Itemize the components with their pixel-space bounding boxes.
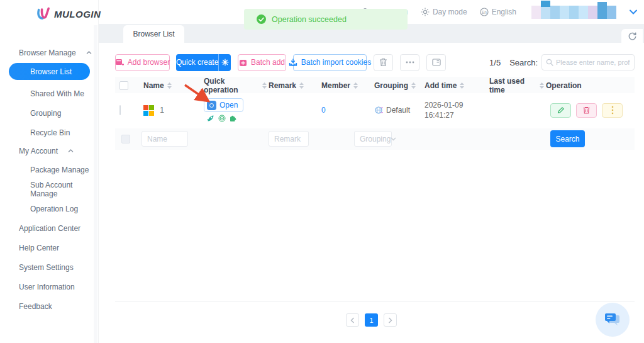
search-input[interactable] bbox=[556, 59, 630, 66]
batch-add-button[interactable]: Batch add bbox=[238, 54, 286, 71]
ellipsis-icon bbox=[406, 61, 414, 64]
refresh-button[interactable] bbox=[621, 29, 643, 43]
section-label: My Account bbox=[19, 147, 58, 155]
column-settings-button[interactable] bbox=[426, 54, 446, 71]
sort-icon[interactable] bbox=[299, 82, 304, 89]
sort-icon[interactable] bbox=[353, 82, 358, 89]
quick-create-button[interactable]: Quick create bbox=[176, 54, 231, 71]
search-box bbox=[541, 54, 635, 70]
sidebar-item-system-settings[interactable]: System Settings bbox=[0, 257, 99, 277]
sort-icon[interactable] bbox=[540, 82, 544, 89]
redacted-username bbox=[531, 6, 616, 19]
tab-browser-list[interactable]: Browser List bbox=[123, 25, 184, 43]
prev-page-button[interactable] bbox=[346, 313, 359, 327]
edit-button[interactable] bbox=[550, 103, 571, 118]
sort-icon[interactable] bbox=[411, 82, 416, 89]
filter-remark-input[interactable] bbox=[269, 131, 309, 147]
sidebar-item-recycle-bin[interactable]: Recycle Bin bbox=[0, 123, 99, 142]
column-header-member[interactable]: Member bbox=[319, 81, 372, 90]
sidebar-item-browser-list[interactable]: Browser List bbox=[9, 63, 90, 80]
tab-label: Browser List bbox=[133, 30, 174, 38]
open-label: Open bbox=[219, 101, 238, 110]
add-browser-button[interactable]: Add browser bbox=[115, 54, 170, 71]
column-header-grouping[interactable]: Grouping bbox=[372, 81, 423, 90]
column-header-last-used-time[interactable]: Last used time bbox=[487, 77, 544, 94]
profile-name: 1 bbox=[160, 105, 164, 114]
windows-icon bbox=[143, 105, 154, 116]
toast-message: Operation succeeded bbox=[272, 15, 347, 24]
column-header-quick-operation[interactable]: Quick operation bbox=[202, 77, 267, 94]
batch-add-label: Batch add bbox=[251, 58, 285, 67]
toolbar: Add browser Quick create Batch add Batch… bbox=[115, 53, 635, 71]
sort-icon[interactable] bbox=[262, 82, 267, 89]
chevron-up-icon bbox=[68, 149, 74, 153]
column-header-remark[interactable]: Remark bbox=[267, 81, 319, 90]
sidebar-section-my-account[interactable]: My Account bbox=[0, 142, 99, 160]
svg-text:En: En bbox=[482, 10, 487, 14]
day-mode-toggle[interactable]: Day mode bbox=[421, 8, 467, 16]
fingerprint-icon[interactable] bbox=[218, 115, 226, 122]
sidebar-item-feedback[interactable]: Feedback bbox=[0, 296, 99, 316]
chevron-down-icon bbox=[391, 137, 396, 141]
add-date: 2026-01-09 bbox=[425, 100, 487, 110]
sort-icon[interactable] bbox=[460, 82, 464, 89]
search-label: Search: bbox=[509, 58, 538, 67]
layout-icon bbox=[432, 59, 441, 66]
cell-grouping: Default bbox=[372, 106, 423, 115]
language-selector[interactable]: En English bbox=[480, 8, 516, 16]
support-chat-button[interactable] bbox=[596, 303, 630, 337]
chevron-up-icon bbox=[86, 51, 92, 55]
sidebar-section-browser-manage[interactable]: Browser Manage bbox=[0, 44, 99, 62]
cell-member[interactable]: 0 bbox=[319, 106, 372, 115]
group-globe-icon bbox=[374, 106, 383, 115]
sort-icon[interactable] bbox=[167, 82, 172, 89]
column-header-add-time[interactable]: Add time bbox=[423, 81, 487, 90]
sidebar-item-label: Help Center bbox=[19, 244, 59, 252]
filter-checkbox bbox=[121, 135, 130, 143]
browser-core-icon bbox=[207, 101, 216, 110]
rocket-icon[interactable] bbox=[207, 115, 214, 122]
quick-create-label: Quick create bbox=[176, 58, 218, 67]
next-page-button[interactable] bbox=[384, 313, 397, 327]
row-more-button[interactable] bbox=[602, 103, 623, 118]
sidebar-item-sub-account-manage[interactable]: Sub Account Manage bbox=[0, 179, 99, 199]
batch-import-cookies-button[interactable]: Batch import cookies bbox=[293, 54, 367, 71]
sidebar-item-application-center[interactable]: Application Center bbox=[0, 218, 99, 238]
pagination: 1 bbox=[99, 313, 644, 327]
sidebar-item-shared-with-me[interactable]: Shared With Me bbox=[0, 84, 99, 103]
puzzle-icon[interactable] bbox=[230, 115, 237, 122]
page-1-button[interactable]: 1 bbox=[365, 313, 378, 327]
cell-operation bbox=[544, 103, 635, 118]
sidebar-item-user-information[interactable]: User Information bbox=[0, 277, 99, 296]
sidebar: MULOGIN Browser Manage Browser List Shar… bbox=[0, 0, 99, 343]
account-chevron-down-icon[interactable] bbox=[629, 9, 638, 14]
select-all-checkbox[interactable] bbox=[119, 81, 128, 90]
quick-create-settings-icon[interactable] bbox=[218, 54, 231, 71]
sidebar-item-label: Feedback bbox=[19, 302, 52, 311]
sidebar-item-label: Shared With Me bbox=[30, 89, 84, 98]
row-checkbox[interactable] bbox=[119, 105, 121, 115]
delete-selected-button[interactable] bbox=[374, 54, 393, 71]
open-browser-button[interactable]: Open bbox=[204, 98, 243, 112]
sidebar-item-grouping[interactable]: Grouping bbox=[0, 103, 99, 123]
brand-name: MULOGIN bbox=[54, 9, 101, 20]
delete-button[interactable] bbox=[576, 103, 597, 118]
column-header-operation: Operation bbox=[544, 81, 635, 90]
column-header-name[interactable]: Name bbox=[142, 81, 202, 90]
batch-add-icon bbox=[239, 59, 247, 67]
table-row: 1 Open 0 Default 2026-01-09 16:41:27 bbox=[115, 94, 635, 126]
sidebar-item-label: Grouping bbox=[30, 109, 61, 118]
more-actions-button[interactable] bbox=[400, 54, 419, 71]
mulogin-logo[interactable]: MULOGIN bbox=[35, 6, 101, 22]
section-label: Browser Manage bbox=[19, 48, 76, 57]
sidebar-item-operation-log[interactable]: Operation Log bbox=[0, 199, 99, 218]
sidebar-item-package-manage[interactable]: Package Manage bbox=[0, 160, 99, 179]
filter-grouping-select[interactable]: Grouping bbox=[354, 131, 392, 147]
cell-name: 1 bbox=[142, 105, 202, 116]
add-browser-label: Add browser bbox=[128, 58, 170, 67]
sidebar-item-help-center[interactable]: Help Center bbox=[0, 238, 99, 257]
filter-search-button[interactable]: Search bbox=[550, 130, 585, 147]
cell-quick-operation: Open bbox=[202, 98, 267, 122]
filter-name-input[interactable] bbox=[142, 131, 188, 147]
success-check-icon bbox=[257, 14, 266, 24]
